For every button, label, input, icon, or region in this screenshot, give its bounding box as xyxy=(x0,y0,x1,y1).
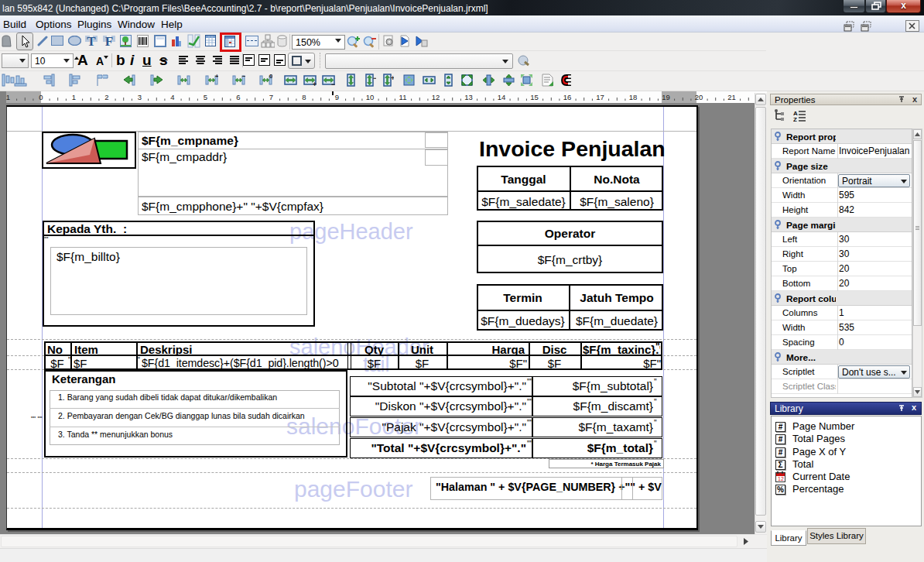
svg-text:10: 10 xyxy=(366,93,375,101)
svg-text:5: 5 xyxy=(204,93,207,101)
svg-text:1: 1 xyxy=(6,93,10,101)
svg-text:+: + xyxy=(391,74,394,82)
svg-text:19: 19 xyxy=(662,93,670,101)
svg-text:2: 2 xyxy=(104,93,108,101)
svg-text:20: 20 xyxy=(695,93,703,101)
svg-text:−: − xyxy=(373,74,376,82)
svg-text:8: 8 xyxy=(302,93,306,101)
svg-text:12: 12 xyxy=(432,93,440,101)
svg-text:F: F xyxy=(105,34,113,48)
svg-text:3: 3 xyxy=(138,93,142,101)
svg-text:7: 7 xyxy=(269,93,273,101)
svg-text:−: − xyxy=(331,81,335,87)
svg-text:0: 0 xyxy=(39,93,43,101)
svg-text:14: 14 xyxy=(498,93,506,101)
svg-text:T: T xyxy=(87,34,96,48)
svg-text:−: − xyxy=(242,74,245,80)
svg-text:6: 6 xyxy=(236,93,240,101)
svg-text:0: 0 xyxy=(269,74,272,80)
svg-text:+: + xyxy=(313,81,317,87)
svg-text:11: 11 xyxy=(399,93,407,101)
svg-text:13: 13 xyxy=(464,93,473,101)
svg-text:18: 18 xyxy=(629,93,638,101)
svg-text:4: 4 xyxy=(170,93,174,101)
svg-text:17: 17 xyxy=(596,93,604,101)
svg-text:15: 15 xyxy=(530,93,539,101)
svg-text:Z: Z xyxy=(793,116,797,122)
svg-text:9: 9 xyxy=(335,93,339,101)
svg-text:+: + xyxy=(215,74,218,80)
svg-text:21: 21 xyxy=(727,93,736,101)
svg-text:16: 16 xyxy=(563,93,572,101)
svg-text:1: 1 xyxy=(72,93,76,101)
